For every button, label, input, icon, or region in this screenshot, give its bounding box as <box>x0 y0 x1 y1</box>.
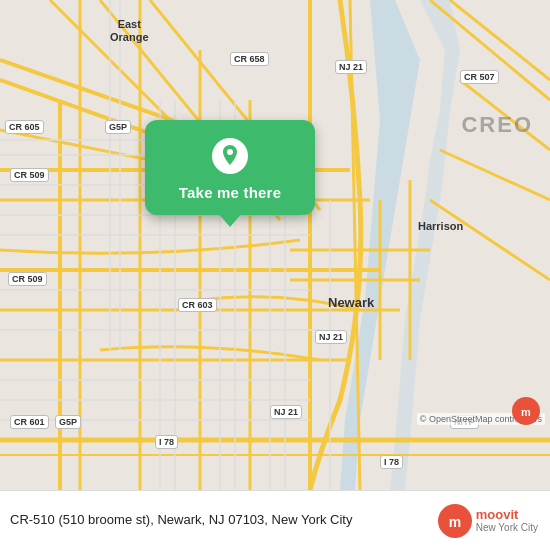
road-label-i78-right: I 78 <box>380 455 403 469</box>
moovit-city: New York City <box>476 522 538 534</box>
take-me-there-button[interactable]: Take me there <box>179 184 281 201</box>
moovit-watermark: m <box>512 397 540 425</box>
road-label-i78: I 78 <box>155 435 178 449</box>
road-label-cr507: CR 507 <box>460 70 499 84</box>
pin-icon <box>221 145 239 167</box>
moovit-logo: m moovit New York City <box>438 504 538 538</box>
svg-point-48 <box>227 149 233 155</box>
road-label-gsp-bot: G5P <box>55 415 81 429</box>
road-label-cr601: CR 601 <box>10 415 49 429</box>
creo-watermark: CREO <box>461 112 533 138</box>
map-container: CR 658 NJ 21 CR 507 CR 605 G5P CR 509 CR… <box>0 0 550 490</box>
place-label-east-orange: EastOrange <box>110 18 149 44</box>
road-label-cr603: CR 603 <box>178 298 217 312</box>
road-label-nj21-bot: NJ 21 <box>270 405 302 419</box>
road-label-cr658: CR 658 <box>230 52 269 66</box>
svg-text:m: m <box>449 514 461 530</box>
place-label-newark: Newark <box>328 295 374 310</box>
svg-text:m: m <box>521 406 531 418</box>
moovit-logo-icon: m <box>512 397 540 425</box>
road-label-cr605: CR 605 <box>5 120 44 134</box>
navigation-popup[interactable]: Take me there <box>145 120 315 215</box>
bottom-bar: CR-510 (510 broome st), Newark, NJ 07103… <box>0 490 550 550</box>
road-label-cr509-top: CR 509 <box>10 168 49 182</box>
place-label-harrison: Harrison <box>418 220 463 232</box>
road-label-nj21-top: NJ 21 <box>335 60 367 74</box>
address-text: CR-510 (510 broome st), Newark, NJ 07103… <box>10 511 438 529</box>
road-label-nj21-mid: NJ 21 <box>315 330 347 344</box>
map-pin <box>212 138 248 174</box>
road-label-cr509-mid: CR 509 <box>8 272 47 286</box>
moovit-text-block: moovit New York City <box>476 507 538 535</box>
moovit-brand-icon: m <box>438 504 472 538</box>
road-label-gsp-top: G5P <box>105 120 131 134</box>
moovit-brand-name: moovit <box>476 507 538 523</box>
